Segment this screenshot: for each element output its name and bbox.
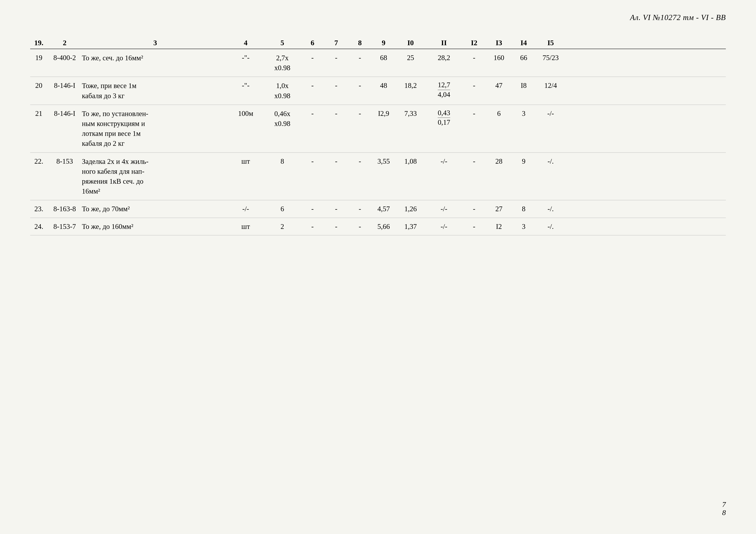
cell-col13: I2: [485, 222, 513, 232]
cell-col5: 2: [263, 222, 302, 232]
table-row: 20 8-146-I Тоже, при весе 1м кабаля до 3…: [30, 77, 726, 105]
cell-col5: 6: [263, 204, 302, 214]
cell-col11: -/-: [424, 222, 463, 232]
cell-col6: -: [302, 81, 323, 90]
cell-col14: 3: [513, 222, 534, 232]
cell-col4: шт: [229, 157, 263, 166]
cell-col15: 75/23: [534, 53, 567, 63]
cell-num: 24.: [30, 222, 47, 232]
page-footer: 78: [722, 500, 726, 517]
col-header-12: I2: [463, 39, 485, 47]
cell-col5: 8: [263, 157, 302, 166]
cell-col9: I2,9: [371, 109, 396, 118]
cell-code: 8-146-I: [47, 109, 82, 118]
cell-num: 21: [30, 109, 47, 118]
cell-col11: 0,43 0,17: [424, 109, 463, 127]
cell-col7: -: [323, 81, 349, 90]
cell-col6: -: [302, 204, 323, 214]
col-header-14: I4: [513, 39, 534, 47]
cell-col11: 28,2: [424, 53, 463, 63]
cell-code: 8-153: [47, 157, 82, 166]
cell-col12: -: [463, 53, 485, 63]
cell-col4: шт: [229, 222, 263, 232]
col-header-7: 7: [323, 39, 349, 47]
cell-col9: 5,66: [371, 222, 396, 232]
cell-col7: -: [323, 204, 349, 214]
cell-col5: 2,7x x0.98: [263, 53, 302, 73]
cell-col14: 9: [513, 157, 534, 166]
table-row: 19 8-400-2 То же, сеч. до 16мм² -"- 2,7x…: [30, 49, 726, 77]
cell-col15: -/.: [534, 204, 567, 214]
cell-col4: -/-: [229, 204, 263, 214]
cell-col10: 25: [396, 53, 424, 63]
cell-col14: I8: [513, 81, 534, 90]
cell-col9: 4,57: [371, 204, 396, 214]
cell-col4: 100м: [229, 109, 263, 118]
cell-num: 22.: [30, 157, 47, 166]
col-header-6: 6: [302, 39, 323, 47]
cell-col5: 0,46x x0.98: [263, 109, 302, 129]
cell-desc: То же, до 70мм²: [82, 204, 229, 214]
cell-col10: 1,37: [396, 222, 424, 232]
fraction-value: 0,43 0,17: [438, 109, 450, 127]
col-header-11: II: [424, 39, 463, 47]
cell-col14: 8: [513, 204, 534, 214]
cell-col4: -"-: [229, 53, 263, 63]
cell-code: 8-146-I: [47, 81, 82, 90]
page-number: 78: [722, 500, 726, 517]
cell-desc: Заделка 2х и 4х жиль- ного кабеля для на…: [82, 157, 229, 196]
cell-col14: 3: [513, 109, 534, 118]
cell-col7: -: [323, 222, 349, 232]
cell-col15: -/.: [534, 157, 567, 166]
cell-col6: -: [302, 157, 323, 166]
cell-code: 8-400-2: [47, 53, 82, 63]
col-header-2: 2: [47, 39, 82, 47]
header-title: Ал. VI №10272 тм - VI - ВВ: [630, 13, 726, 22]
cell-col13: 160: [485, 53, 513, 63]
cell-col9: 68: [371, 53, 396, 63]
page-header: Ал. VI №10272 тм - VI - ВВ: [630, 13, 726, 22]
cell-desc: То же, до 160мм²: [82, 222, 229, 232]
cell-col8: -: [349, 53, 371, 63]
cell-col11: -/-: [424, 157, 463, 166]
cell-col10: 7,33: [396, 109, 424, 118]
cell-col13: 6: [485, 109, 513, 118]
cell-col12: -: [463, 109, 485, 118]
cell-col6: -: [302, 222, 323, 232]
table-row: 23. 8-163-8 То же, до 70мм² -/- 6 - - - …: [30, 200, 726, 218]
cell-code: 8-153-7: [47, 222, 82, 232]
cell-col10: 1,26: [396, 204, 424, 214]
cell-col6: -: [302, 109, 323, 118]
cell-desc: То же, сеч. до 16мм²: [82, 53, 229, 63]
cell-num: 19: [30, 53, 47, 63]
col-header-5: 5: [263, 39, 302, 47]
col-header-15: I5: [534, 39, 567, 47]
col-header-8: 8: [349, 39, 371, 47]
cell-col12: -: [463, 222, 485, 232]
table-area: 19. 2 3 4 5 6 7 8 9 I0 II I2 I3 I4 I5 19…: [30, 39, 726, 235]
cell-col13: 47: [485, 81, 513, 90]
table-row: 22. 8-153 Заделка 2х и 4х жиль- ного каб…: [30, 153, 726, 200]
cell-col6: -: [302, 53, 323, 63]
cell-col10: 18,2: [396, 81, 424, 90]
cell-col11: 12,7 4,04: [424, 81, 463, 99]
table-row: 24. 8-153-7 То же, до 160мм² шт 2 - - - …: [30, 218, 726, 236]
col-header-4: 4: [229, 39, 263, 47]
cell-col8: -: [349, 204, 371, 214]
cell-col7: -: [323, 109, 349, 118]
cell-col5: 1,0x x0.98: [263, 81, 302, 101]
page: Ал. VI №10272 тм - VI - ВВ 19. 2 3 4 5 6…: [0, 0, 756, 534]
cell-col7: -: [323, 157, 349, 166]
cell-col4: -"-: [229, 81, 263, 90]
cell-desc: Тоже, при весе 1м кабаля до 3 кг: [82, 81, 229, 101]
cell-col9: 3,55: [371, 157, 396, 166]
col-header-3: 3: [82, 39, 229, 47]
cell-col8: -: [349, 81, 371, 90]
cell-col9: 48: [371, 81, 396, 90]
cell-col12: -: [463, 81, 485, 90]
col-header-1: 19.: [30, 39, 47, 47]
col-header-10: I0: [396, 39, 424, 47]
col-header-13: I3: [485, 39, 513, 47]
fraction-value: 12,7 4,04: [438, 81, 450, 99]
cell-desc: То же, по установлен- ным конструкциям и…: [82, 109, 229, 149]
